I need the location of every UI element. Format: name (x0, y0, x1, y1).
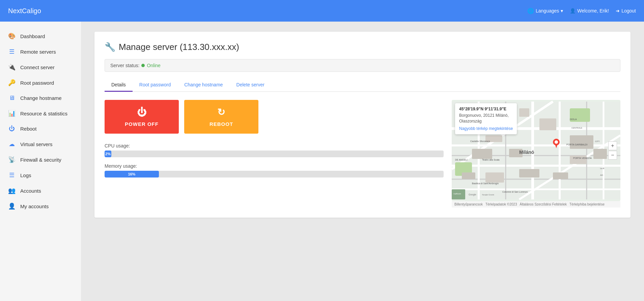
server-status-bar: Server status: Online (105, 59, 620, 72)
svg-rect-19 (519, 108, 529, 117)
map-zoom-in-button[interactable]: + (608, 141, 617, 150)
languages-button[interactable]: 🌐 Languages ▾ (527, 8, 563, 14)
sidebar-label-resource-statistics: Resource & statistics (20, 111, 67, 116)
sidebar-icon-connect-server: 🔌 (8, 63, 16, 71)
sidebar-item-firewall-security[interactable]: 📡 Firewall & security (0, 152, 81, 167)
power-off-button[interactable]: ⏻ POWER OFF (105, 100, 179, 134)
power-off-icon: ⏻ (137, 107, 147, 118)
sidebar-icon-remote-servers: ☰ (8, 48, 16, 55)
map-address: Borgonuovo, 20121 Milánó, Olaszország (459, 113, 513, 124)
content-card: 🔧 Manage server (113.30.xxx.xx) Server s… (94, 32, 631, 218)
tab-delete-server[interactable]: Delete server (230, 79, 271, 92)
translate-icon: 🌐 (527, 8, 534, 14)
map-info-box: 45°28'19.9"N 9°11'31.9"E Borgonuovo, 201… (455, 103, 517, 134)
logout-button[interactable]: ➜ Logout (616, 8, 636, 13)
logout-icon: ➜ (616, 8, 620, 13)
chevron-down-icon: ▾ (561, 8, 563, 13)
svg-rect-27 (462, 172, 475, 179)
svg-text:CITT.: CITT. (595, 140, 600, 142)
actions-column: ⏻ POWER OFF ↻ REBOOT CPU usage: (105, 100, 444, 184)
svg-text:Teatro alla Scala: Teatro alla Scala (482, 159, 500, 161)
svg-text:ro●Museo: ro●Museo (453, 193, 461, 195)
svg-text:Castello Sforzesco: Castello Sforzesco (470, 140, 490, 142)
svg-text:Google: Google (469, 193, 476, 196)
map-footer: Billentyűparancsok Térképadatok ©2023 Ál… (452, 201, 620, 208)
sidebar-label-logs: Logs (20, 172, 31, 178)
sidebar-item-accounts[interactable]: 👥 Accounts (0, 183, 81, 198)
svg-rect-20 (539, 118, 556, 130)
svg-text:AO: AO (600, 174, 603, 176)
header-actions: 🌐 Languages ▾ 👤 Welcome, Erik! ➜ Logout (527, 8, 636, 14)
sidebar-item-remote-servers[interactable]: ☰ Remote servers (0, 44, 81, 59)
map-column: Arco della Pace Castello Sforzesco DE AN… (452, 100, 620, 208)
memory-progress-bar-bg: 16% (105, 171, 444, 177)
main-content: 🔧 Manage server (113.30.xxx.xx) Server s… (81, 22, 644, 301)
memory-progress-bar-fill: 16% (105, 171, 159, 177)
sidebar-icon-firewall-security: 📡 (8, 156, 16, 163)
sidebar-icon-change-hostname: 🖥 (8, 94, 16, 102)
svg-point-47 (555, 140, 558, 144)
sidebar-item-dashboard[interactable]: 🎨 Dashboard (0, 28, 81, 44)
sidebar-item-logs[interactable]: ☰ Logs (0, 167, 81, 183)
tab-details[interactable]: Details (105, 79, 133, 92)
sidebar-item-root-password[interactable]: 🔑 Root password (0, 75, 81, 90)
sidebar-label-connect-server: Connect server (20, 64, 55, 70)
sidebar-item-change-hostname[interactable]: 🖥 Change hostname (0, 90, 81, 106)
svg-text:Basilica di Sant'Ambrogio: Basilica di Sant'Ambrogio (472, 182, 499, 185)
status-text: Online (147, 63, 160, 68)
sidebar-label-accounts: Accounts (20, 188, 41, 194)
tab-change-hostname[interactable]: Change hostname (177, 79, 229, 92)
svg-text:Milánó: Milánó (519, 149, 534, 155)
sidebar-label-root-password: Root password (20, 80, 54, 86)
sidebar-icon-virtual-servers: ☁ (8, 140, 16, 148)
sidebar-icon-my-accounts: 👤 (8, 202, 16, 210)
svg-text:PORTA GARIBALDI: PORTA GARIBALDI (566, 143, 587, 146)
actions-map-row: ⏻ POWER OFF ↻ REBOOT CPU usage: (105, 100, 620, 208)
svg-text:DE ANGELI: DE ANGELI (455, 159, 468, 161)
sidebar-label-dashboard: Dashboard (20, 33, 45, 39)
memory-usage-section: Memory usage: 16% (105, 163, 444, 177)
svg-rect-24 (570, 135, 593, 149)
cpu-usage-label: CPU usage: (105, 143, 444, 148)
sidebar-item-connect-server[interactable]: 🔌 Connect server (0, 59, 81, 75)
status-dot-online (141, 64, 145, 67)
svg-rect-26 (593, 149, 607, 159)
user-icon: 👤 (570, 8, 576, 13)
sidebar-label-virtual-servers: Virtual servers (20, 141, 53, 147)
svg-rect-30 (553, 172, 568, 179)
wrench-icon: 🔧 (105, 42, 115, 52)
sidebar-icon-resource-statistics: 📊 (8, 110, 16, 117)
cpu-usage-section: CPU usage: 2% (105, 143, 444, 157)
sidebar-item-reboot[interactable]: ⏻ Reboot (0, 121, 81, 136)
map-link[interactable]: Nagyobb térkép megtekintése (459, 126, 513, 131)
sidebar-label-my-accounts: My accounts (20, 203, 49, 209)
map-zoom-out-button[interactable]: − (608, 151, 617, 160)
memory-usage-label: Memory usage: (105, 163, 444, 169)
reboot-button[interactable]: ↻ REBOOT (184, 100, 258, 134)
sidebar-label-reboot: Reboot (20, 126, 36, 132)
reboot-icon: ↻ (217, 107, 225, 118)
action-buttons: ⏻ POWER OFF ↻ REBOOT (105, 100, 444, 134)
sidebar: 🎨 Dashboard ☰ Remote servers 🔌 Connect s… (0, 22, 81, 301)
sidebar-label-remote-servers: Remote servers (20, 49, 56, 55)
tabs: Details Root password Change hostname De… (105, 79, 620, 92)
sidebar-icon-dashboard: 🎨 (8, 32, 16, 40)
map-controls: + − (608, 141, 617, 160)
svg-rect-28 (485, 172, 504, 183)
page-title: 🔧 Manage server (113.30.xxx.xx) (105, 42, 620, 52)
sidebar-item-virtual-servers[interactable]: ☁ Virtual servers (0, 136, 81, 152)
sidebar-icon-accounts: 👥 (8, 187, 16, 194)
sidebar-icon-root-password: 🔑 (8, 79, 16, 86)
sidebar-item-my-accounts[interactable]: 👤 My accounts (0, 198, 81, 214)
sidebar-item-resource-statistics[interactable]: 📊 Resource & statistics (0, 106, 81, 121)
sidebar-icon-reboot: ⏻ (8, 125, 16, 132)
tab-root-password[interactable]: Root password (133, 79, 177, 92)
svg-text:ISOLA: ISOLA (570, 118, 577, 120)
sidebar-label-firewall-security: Firewall & security (20, 157, 61, 163)
sidebar-label-change-hostname: Change hostname (20, 95, 62, 101)
sidebar-icon-logs: ☰ (8, 171, 16, 179)
svg-text:PORTA VENEZIA: PORTA VENEZIA (573, 157, 592, 159)
user-welcome: 👤 Welcome, Erik! (570, 8, 609, 13)
page-layout: 🎨 Dashboard ☰ Remote servers 🔌 Connect s… (0, 22, 644, 301)
map-coords: 45°28'19.9"N 9°11'31.9"E (459, 107, 513, 111)
